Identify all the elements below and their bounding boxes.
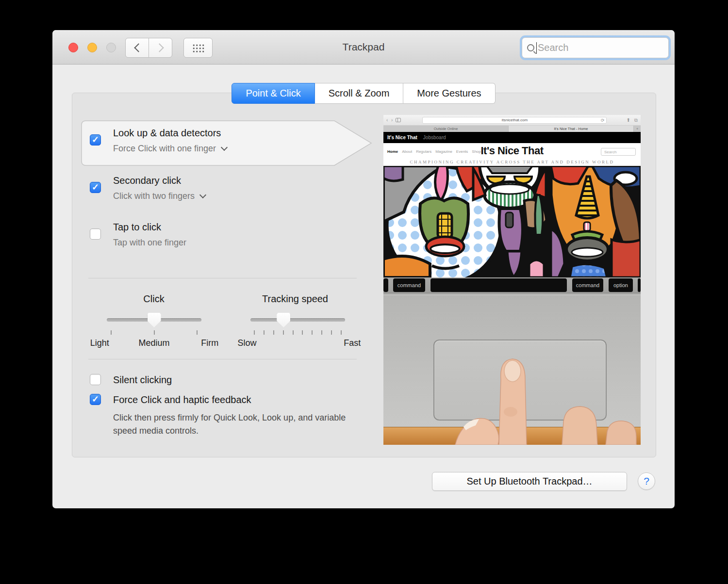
lookup-row: ✓ Look up & data detectors Force Click w… [81, 120, 372, 166]
lookup-subtitle-row[interactable]: Force Click with one finger [113, 144, 227, 154]
search-field-container [522, 37, 669, 58]
key-option: option [609, 278, 633, 292]
browser-tab-active: It's Nice That - Home [509, 126, 634, 132]
search-icon [527, 44, 534, 51]
checkmark-icon: ✓ [90, 394, 100, 405]
chevron-down-icon [199, 192, 206, 198]
force-click-label: Force Click and haptic feedback [113, 394, 251, 406]
click-slider-ticks [107, 330, 201, 335]
laptop-body [383, 295, 641, 427]
tap-to-click-subtitle: Tap with one finger [113, 238, 186, 248]
keyboard-row: command command option [383, 277, 641, 295]
site-tagline: CHAMPIONING CREATIVITY ACROSS THE ART AN… [383, 160, 641, 164]
tick-label-slow: Slow [237, 338, 256, 348]
tick-label-firm: Firm [201, 338, 218, 348]
desk-surface [383, 427, 641, 445]
tab-overview-icon: ⧉ [634, 117, 638, 123]
text-caret [536, 42, 537, 54]
tracking-slider-track[interactable] [250, 318, 345, 322]
force-click-description: Click then press firmly for Quick Look, … [113, 411, 362, 438]
checkmark-icon: ✓ [90, 135, 100, 145]
click-slider-label: Click [105, 293, 202, 305]
tab-bar: Point & Click Scroll & Zoom More Gesture… [52, 83, 675, 104]
browser-url: itsnicethat.com [502, 118, 528, 122]
browser-toolbar-icons: ⬆ ⧉ [626, 117, 638, 123]
browser-address-bar: itsnicethat.com ⟳ [422, 117, 607, 124]
trackpad-preferences-window: Trackpad Point & Click Scroll & Zoom Mor… [52, 30, 675, 508]
site-brand: It's Nice That [387, 135, 417, 140]
tick-label-fast: Fast [344, 338, 361, 348]
tracking-slider-label: Tracking speed [247, 293, 344, 305]
tick-label-medium: Medium [138, 338, 169, 348]
force-click-checkbox[interactable]: ✓ [90, 394, 101, 405]
share-icon: ⬆ [626, 117, 630, 123]
tap-to-click-title: Tap to click [113, 222, 161, 233]
silent-clicking-checkbox[interactable]: ✓ [90, 374, 101, 385]
tab-point-and-click[interactable]: Point & Click [232, 83, 314, 104]
browser-tab-bar: Outside Online It's Nice That - Home + [383, 126, 641, 132]
browser-back-forward-icons: ‹ › [386, 117, 394, 123]
site-header: Home About Regulars Magazine Events Shop… [383, 143, 641, 166]
gesture-demo-video: ‹ › itsnicethat.com ⟳ ⬆ ⧉ Outside Online… [383, 115, 641, 445]
secondary-click-title: Secondary click [113, 175, 181, 186]
help-button[interactable]: ? [638, 472, 655, 490]
search-input[interactable] [538, 42, 649, 53]
divider [88, 359, 357, 359]
divider [88, 278, 357, 278]
site-top-bar: It's Nice That Jobsboard [383, 132, 641, 143]
checkmark-icon: ✓ [90, 182, 100, 193]
key-spacebar [430, 278, 567, 292]
tap-to-click-checkbox[interactable]: ✓ [90, 228, 101, 240]
site-search-box: Search [601, 148, 636, 156]
help-question-icon: ? [644, 475, 649, 487]
trackpad-surface [433, 340, 607, 421]
silent-clicking-label: Silent clicking [113, 374, 172, 386]
tracking-slider-ticks [250, 330, 345, 335]
setup-bluetooth-trackpad-button[interactable]: Set Up Bluetooth Trackpad… [432, 472, 627, 491]
secondary-click-checkbox[interactable]: ✓ [90, 182, 101, 193]
tab-more-gestures[interactable]: More Gestures [403, 83, 495, 104]
chevron-down-icon [221, 144, 228, 151]
lookup-subtitle: Force Click with one finger [113, 144, 216, 154]
secondary-click-subtitle: Click with two fingers [113, 191, 195, 201]
browser-tab-inactive: Outside Online [383, 126, 509, 132]
key-command-left: command [393, 278, 425, 292]
reload-icon: ⟳ [601, 118, 605, 123]
browser-toolbar: ‹ › itsnicethat.com ⟳ ⬆ ⧉ [383, 115, 641, 126]
site-jobsboard-link: Jobsboard [423, 135, 446, 140]
lookup-checkbox[interactable]: ✓ [90, 134, 101, 146]
tab-scroll-and-zoom[interactable]: Scroll & Zoom [315, 83, 404, 104]
key-partial-left [383, 278, 388, 292]
title-bar: Trackpad [52, 30, 675, 65]
secondary-click-subtitle-row[interactable]: Click with two fingers [113, 191, 205, 201]
sidebar-icon [396, 118, 401, 122]
key-command-right: command [572, 278, 603, 292]
key-partial-right [638, 278, 641, 292]
new-tab-icon: + [634, 126, 641, 132]
lookup-title: Look up & data detectors [113, 128, 221, 139]
tick-label-light: Light [90, 338, 109, 348]
illustration-artwork [383, 166, 641, 277]
